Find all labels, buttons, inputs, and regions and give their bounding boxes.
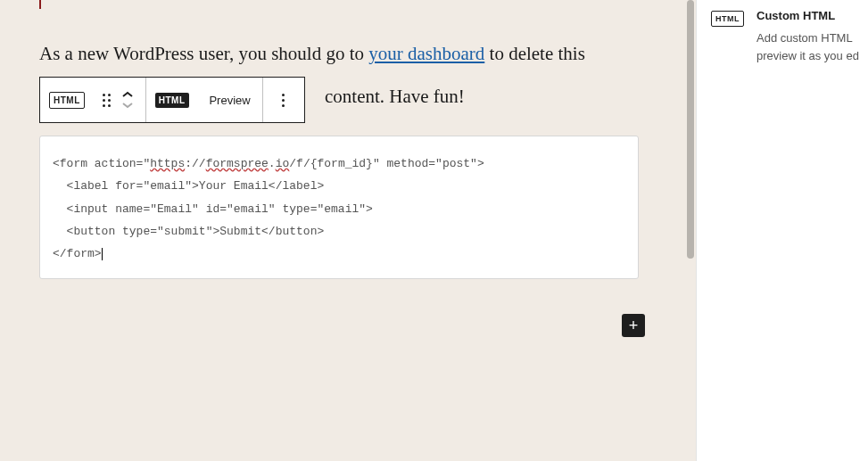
settings-sidebar: HTML Custom HTML Add custom HTML preview… <box>696 0 868 461</box>
paragraph-block[interactable]: As a new WordPress user, you should go t… <box>39 37 646 71</box>
block-description: Add custom HTML preview it as you ed <box>756 29 859 64</box>
html-tab[interactable]: HTML <box>146 78 198 122</box>
block-movers <box>120 78 145 122</box>
scrollbar[interactable] <box>685 0 696 461</box>
block-type-button[interactable]: HTML <box>40 78 94 122</box>
block-toolbar: HTML HTML Preview <box>39 77 305 123</box>
toolbar-group-more <box>263 78 304 122</box>
html-icon: HTML <box>711 11 744 27</box>
paragraph-text-line2: content. Have fun! <box>325 80 465 114</box>
block-card: HTML Custom HTML Add custom HTML preview… <box>711 9 868 64</box>
code-line: <form action="https://formspree.io/f/{fo… <box>53 157 484 170</box>
paragraph-text: to delete this <box>484 43 585 64</box>
custom-html-textarea[interactable]: <form action="https://formspree.io/f/{fo… <box>39 136 639 279</box>
code-line: <label for="email">Your Email</label> <box>53 179 324 193</box>
text-cursor-mark <box>39 0 41 9</box>
html-icon: HTML <box>49 92 85 109</box>
add-block-button[interactable]: + <box>622 314 645 337</box>
code-line: </form> <box>53 247 102 260</box>
scrollbar-thumb[interactable] <box>687 0 694 259</box>
preview-tab[interactable]: Preview <box>198 78 262 122</box>
toolbar-group-block: HTML <box>40 78 146 122</box>
plus-icon: + <box>629 317 639 335</box>
text-caret <box>102 248 103 260</box>
toolbar-group-view: HTML Preview <box>146 78 263 122</box>
chevron-down-icon[interactable] <box>121 101 134 110</box>
code-line: <input name="Email" id="email" type="ema… <box>53 202 373 216</box>
drag-icon <box>103 94 111 107</box>
block-title: Custom HTML <box>756 9 859 22</box>
html-tab-label: HTML <box>155 93 189 108</box>
paragraph-text: As a new WordPress user, you should go t… <box>39 43 368 64</box>
more-vertical-icon <box>282 94 285 107</box>
more-options-button[interactable] <box>263 78 304 122</box>
dashboard-link[interactable]: your dashboard <box>368 43 484 64</box>
drag-handle[interactable] <box>94 78 120 122</box>
code-line: <button type="submit">Submit</button> <box>53 225 324 238</box>
preview-tab-label: Preview <box>209 94 250 107</box>
editor-canvas[interactable]: As a new WordPress user, you should go t… <box>0 0 696 461</box>
chevron-up-icon[interactable] <box>121 90 134 99</box>
